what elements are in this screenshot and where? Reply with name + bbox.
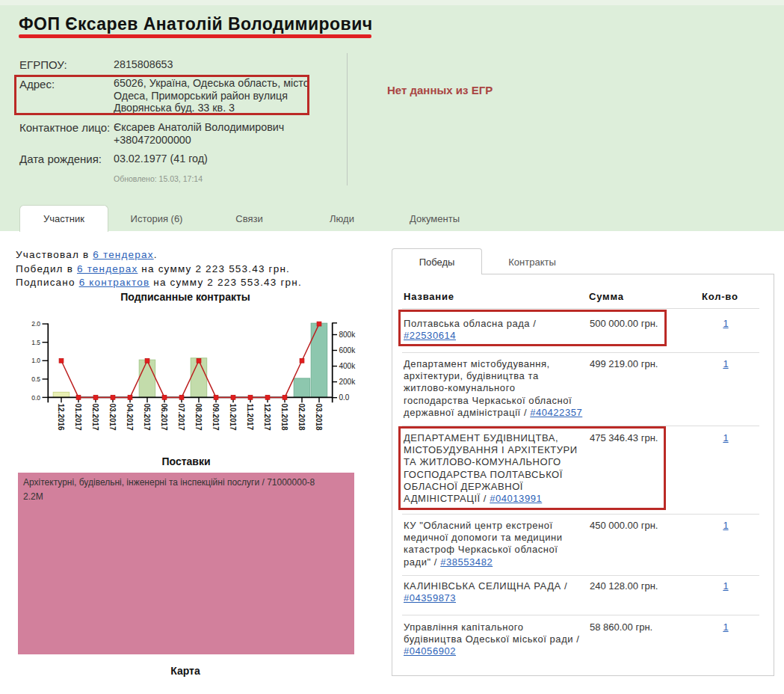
svg-text:0.5: 0.5 — [31, 375, 40, 383]
svg-text:1.0: 1.0 — [31, 357, 40, 364]
svg-text:200k: 200k — [339, 378, 356, 386]
svg-text:400k: 400k — [339, 362, 356, 370]
svg-text:07.2017: 07.2017 — [177, 404, 185, 432]
svg-text:01.2017: 01.2017 — [74, 404, 82, 432]
svg-text:600k: 600k — [339, 346, 356, 354]
svg-text:06.2017: 06.2017 — [160, 404, 168, 432]
svg-text:02.2017: 02.2017 — [91, 404, 99, 432]
svg-text:08.2017: 08.2017 — [194, 404, 203, 432]
svg-text:800k: 800k — [339, 331, 356, 339]
svg-text:01.2018: 01.2018 — [280, 404, 288, 432]
svg-text:02.2018: 02.2018 — [297, 404, 306, 432]
svg-text:10.2017: 10.2017 — [229, 404, 237, 432]
svg-text:04.2017: 04.2017 — [126, 404, 134, 432]
svg-text:2.0: 2.0 — [31, 320, 40, 328]
svg-text:03.2018: 03.2018 — [315, 404, 323, 432]
svg-text:0.0: 0.0 — [31, 394, 40, 402]
svg-text:12.2017: 12.2017 — [263, 404, 271, 432]
svg-text:0.0: 0.0 — [339, 393, 350, 402]
svg-text:12.2016: 12.2016 — [57, 404, 65, 432]
svg-text:05.2017: 05.2017 — [143, 404, 151, 432]
svg-text:09.2017: 09.2017 — [212, 404, 220, 432]
svg-text:1.5: 1.5 — [31, 339, 40, 346]
svg-text:11.2017: 11.2017 — [246, 404, 254, 431]
svg-text:03.2017: 03.2017 — [108, 404, 117, 432]
